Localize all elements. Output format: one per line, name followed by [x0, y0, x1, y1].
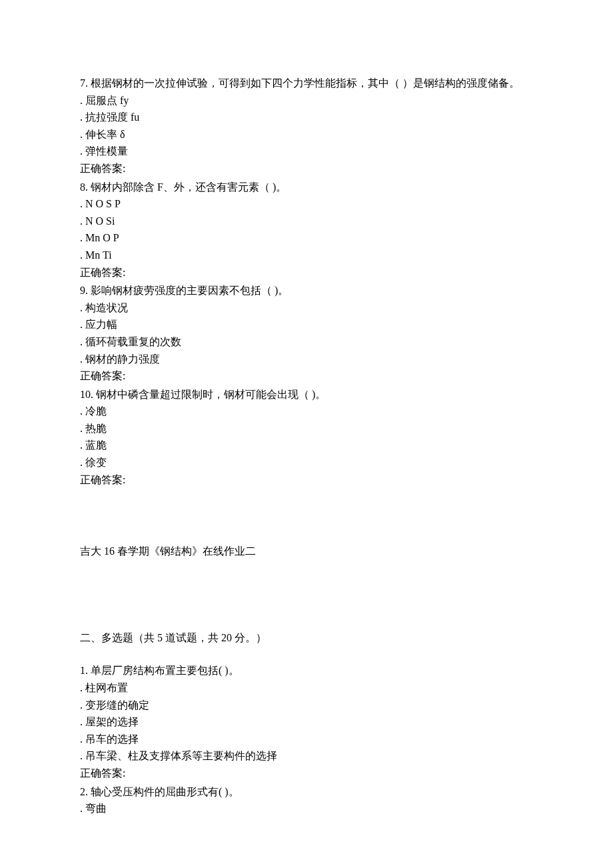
question-text: 8. 钢材内部除含 F、外，还含有害元素（ )。: [80, 179, 533, 196]
answer-label: 正确答案:: [80, 160, 533, 177]
option: . N O S P: [80, 195, 533, 213]
answer-label: 正确答案:: [80, 765, 533, 782]
option: . 柱网布置: [80, 679, 533, 697]
question-number: 7.: [80, 77, 88, 89]
option: . 徐变: [80, 454, 533, 471]
option: . 变形缝的确定: [80, 697, 533, 714]
question-text: 10. 钢材中磷含量超过限制时，钢材可能会出现（ )。: [80, 386, 533, 403]
question-9: 9. 影响钢材疲劳强度的主要因素不包括（ )。 . 构造状况 . 应力幅 . 循…: [80, 282, 533, 385]
question-2: 2. 轴心受压构件的屈曲形式有( )。 . 弯曲: [80, 783, 533, 817]
section2-header: 二、多选题（共 5 道试题，共 20 分。）: [80, 629, 533, 647]
option: . N O Si: [80, 213, 533, 230]
question-stem: 轴心受压构件的屈曲形式有( )。: [91, 786, 239, 797]
option: . Mn Ti: [80, 247, 533, 264]
spacer: [80, 646, 533, 662]
question-7: 7. 根据钢材的一次拉伸试验，可得到如下四个力学性能指标，其中（ ）是钢结构的强…: [80, 75, 533, 177]
question-number: 9.: [80, 285, 88, 296]
question-stem: 钢材内部除含 F、外，还含有害元素（ )。: [91, 181, 287, 193]
option: . 热脆: [80, 420, 533, 437]
option: . 吊车梁、柱及支撑体系等主要构件的选择: [80, 747, 533, 765]
question-text: 7. 根据钢材的一次拉伸试验，可得到如下四个力学性能指标，其中（ ）是钢结构的强…: [80, 75, 533, 92]
question-8: 8. 钢材内部除含 F、外，还含有害元素（ )。 . N O S P . N O…: [80, 179, 533, 281]
course-title: 吉大 16 春学期《钢结构》在线作业二: [80, 543, 533, 560]
option: . 弯曲: [80, 800, 533, 817]
option: . 构造状况: [80, 299, 533, 317]
option: . 伸长率 δ: [80, 126, 533, 143]
question-text: 9. 影响钢材疲劳强度的主要因素不包括（ )。: [80, 282, 533, 299]
question-number: 2.: [80, 786, 88, 797]
option: . 蓝脆: [80, 437, 533, 454]
option: . 循环荷载重复的次数: [80, 333, 533, 351]
option: . Mn O P: [80, 229, 533, 247]
answer-label: 正确答案:: [80, 367, 533, 385]
option: . 屈服点 fy: [80, 92, 533, 109]
question-stem: 钢材中磷含量超过限制时，钢材可能会出现（ )。: [96, 389, 326, 400]
spacer: [80, 560, 533, 613]
spacer: [80, 613, 533, 629]
question-number: 1.: [80, 665, 88, 676]
section1-questions: 7. 根据钢材的一次拉伸试验，可得到如下四个力学性能指标，其中（ ）是钢结构的强…: [80, 75, 533, 488]
question-number: 8.: [80, 181, 88, 193]
question-text: 2. 轴心受压构件的屈曲形式有( )。: [80, 783, 533, 801]
option: . 应力幅: [80, 316, 533, 333]
option: . 冷脆: [80, 403, 533, 420]
question-number: 10.: [80, 389, 93, 400]
option: . 抗拉强度 fu: [80, 109, 533, 126]
option: . 屋架的选择: [80, 713, 533, 731]
question-stem: 影响钢材疲劳强度的主要因素不包括（ )。: [91, 285, 289, 296]
question-text: 1. 单层厂房结构布置主要包括( )。: [80, 662, 533, 679]
option: . 钢材的静力强度: [80, 351, 533, 368]
answer-label: 正确答案:: [80, 471, 533, 489]
spacer: [80, 489, 533, 543]
option: . 吊车的选择: [80, 731, 533, 748]
answer-label: 正确答案:: [80, 264, 533, 281]
document-page: 7. 根据钢材的一次拉伸试验，可得到如下四个力学性能指标，其中（ ）是钢结构的强…: [0, 0, 613, 868]
question-stem: 根据钢材的一次拉伸试验，可得到如下四个力学性能指标，其中（ ）是钢结构的强度储备…: [91, 77, 520, 89]
question-1: 1. 单层厂房结构布置主要包括( )。 . 柱网布置 . 变形缝的确定 . 屋架…: [80, 662, 533, 781]
question-stem: 单层厂房结构布置主要包括( )。: [91, 665, 239, 676]
question-10: 10. 钢材中磷含量超过限制时，钢材可能会出现（ )。 . 冷脆 . 热脆 . …: [80, 386, 533, 489]
option: . 弹性模量: [80, 143, 533, 160]
section2-questions: 1. 单层厂房结构布置主要包括( )。 . 柱网布置 . 变形缝的确定 . 屋架…: [80, 662, 533, 817]
